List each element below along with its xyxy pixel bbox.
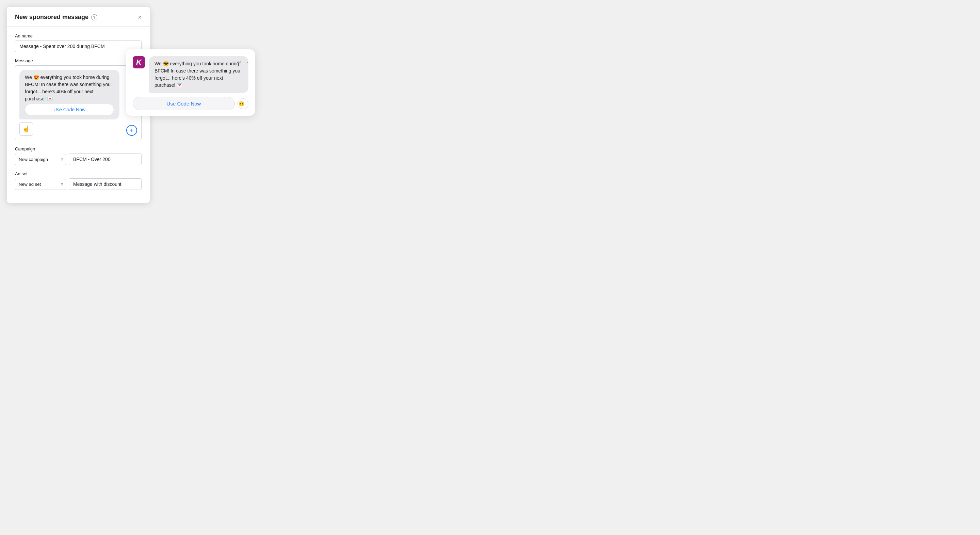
modal-title: New sponsored message (15, 14, 89, 21)
campaign-select[interactable]: New campaign (15, 154, 66, 165)
modal-header: New sponsored message ? × (7, 7, 150, 27)
preview-card: K We 😎 everything you took home during B… (126, 49, 255, 116)
ad-set-select-wrapper: New ad set ⇕ (15, 179, 66, 190)
ad-name-input[interactable] (15, 40, 142, 52)
ad-set-row: New ad set ⇕ (15, 178, 142, 190)
message-field-group: Message We 😍 everything you took home du… (15, 58, 142, 140)
emoji-plus-button[interactable]: 🙂+ (237, 98, 248, 109)
klaviyo-logo: K (133, 56, 145, 68)
campaign-select-wrapper: New campaign ⇕ (15, 154, 66, 165)
ad-name-field-group: Ad name (15, 33, 142, 52)
reply-icon[interactable]: ↩ (237, 59, 241, 65)
campaign-field-group: Campaign New campaign ⇕ (15, 146, 142, 165)
more-options-icon[interactable]: ··· (245, 59, 250, 65)
ad-set-field-group: Ad set New ad set ⇕ (15, 171, 142, 190)
help-icon[interactable]: ? (91, 14, 97, 21)
cta-button-preview[interactable]: Use Code Now (25, 104, 114, 115)
add-circle-button[interactable]: + (126, 125, 137, 136)
campaign-row: New campaign ⇕ (15, 153, 142, 165)
emoji-plus-icon: 🙂+ (239, 101, 247, 107)
preview-bubble-text: We 😎 everything you took home during BFC… (154, 60, 243, 89)
preview-bubble: We 😎 everything you took home during BFC… (149, 56, 248, 93)
close-icon[interactable]: × (138, 14, 142, 21)
preview-cta-button[interactable]: Use Code Now (133, 97, 235, 110)
modal-title-row: New sponsored message ? (15, 14, 97, 21)
message-label: Message (15, 58, 142, 63)
ad-set-select[interactable]: New ad set (15, 179, 66, 190)
campaign-name-input[interactable] (69, 153, 142, 165)
ad-name-label: Ad name (15, 33, 142, 38)
ad-set-name-input[interactable] (69, 178, 142, 190)
ad-set-label: Ad set (15, 171, 142, 176)
campaign-label: Campaign (15, 146, 142, 151)
plus-icon: + (130, 127, 134, 134)
message-editor[interactable]: We 😍 everything you took home during BFC… (15, 65, 142, 140)
preview-cta-row: Use Code Now 🙂+ (133, 97, 248, 110)
message-bubble-text: We 😍 everything you took home during BFC… (25, 74, 114, 102)
preview-card-top: K We 😎 everything you took home during B… (133, 56, 248, 93)
preview-actions: ↩ ··· (237, 59, 250, 65)
finger-touch-icon: ☝ (22, 125, 30, 133)
message-bubble: We 😍 everything you took home during BFC… (19, 70, 119, 119)
add-element-button[interactable]: ☝ (19, 122, 33, 136)
